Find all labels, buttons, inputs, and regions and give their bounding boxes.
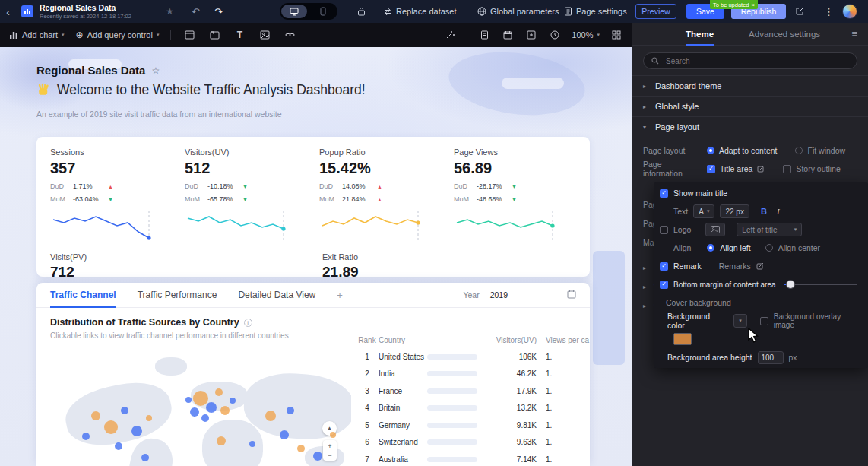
italic-button[interactable]: I [777,207,780,216]
remarks-link[interactable]: Remarks [719,262,751,271]
text-icon[interactable]: T [233,28,246,42]
clock-icon[interactable] [548,28,562,42]
table-row[interactable]: 3France17.9K1. [356,382,590,400]
cell-country[interactable]: United States [379,353,427,361]
map-bubble[interactable] [230,398,236,404]
grid-layout-icon[interactable] [610,28,623,42]
favorite-star-icon[interactable]: ★ [166,0,174,23]
radio-adapt-to-content[interactable] [707,147,714,154]
map-bubble[interactable] [121,407,128,414]
update-badge[interactable]: To be updated × [710,0,758,9]
export-schedule-icon[interactable] [524,28,538,42]
cell-country[interactable]: Germany [379,421,427,430]
section-dashboard-theme[interactable]: ▸Dashboard theme [632,75,868,96]
table-row[interactable]: 2India46.2K1. [356,366,590,383]
edit-remarks-icon[interactable] [756,262,764,270]
section-page-layout[interactable]: ▾Page layout [632,116,868,137]
container-icon[interactable] [182,28,196,42]
map-bubble[interactable] [249,441,255,447]
map-bubble[interactable] [297,445,305,452]
radio-label[interactable]: Align left [720,243,750,252]
tab-detailed-data-view[interactable]: Detailed Data View [238,283,315,308]
map-bubble[interactable] [287,407,294,414]
add-chart-button[interactable]: Add chart▾ [9,30,65,40]
section-global-style[interactable]: ▸Global style [632,96,868,116]
logo-position-dropdown[interactable]: Left of title▾ [737,223,802,236]
report-icon[interactable] [477,28,491,42]
radio-label[interactable]: Adapt to content [719,146,777,155]
add-tab-button[interactable]: + [337,290,343,301]
checkbox-show-main-title[interactable]: ✓ [660,189,668,198]
map-bubble[interactable] [146,415,152,421]
badge-close-icon[interactable]: × [752,2,755,8]
year-filter[interactable]: Year 2019 [463,290,576,300]
map-bubble[interactable] [82,433,90,440]
tab-container-icon[interactable] [207,28,221,42]
global-parameters-button[interactable]: Global parameters [477,0,559,23]
map-bubble[interactable] [131,426,142,436]
table-row[interactable]: 1United States106K1. [356,348,590,366]
desktop-mode-icon[interactable] [281,5,307,18]
map-bubble[interactable] [193,391,208,406]
preview-button[interactable]: Preview [635,4,676,19]
table-row[interactable]: 4Britain13.2K1. [356,400,590,417]
redo-icon[interactable]: ↷ [214,0,223,23]
map-bubble[interactable] [185,397,192,403]
cell-country[interactable]: Britain [379,404,427,412]
table-row[interactable]: 7Australia7.14K1. [356,451,590,466]
calendar-icon[interactable] [567,290,576,300]
checkbox-title-area[interactable]: ✓ [707,165,715,173]
logo-image-button[interactable] [705,223,725,236]
page-settings-button[interactable]: Page settings [564,0,627,23]
tab-advanced-settings[interactable]: Advanced settings [749,30,820,39]
device-toggle[interactable] [280,3,337,20]
map-bubble[interactable] [215,388,223,396]
map-bubble[interactable] [206,402,217,413]
undo-icon[interactable]: ↶ [192,0,200,23]
checkbox-label[interactable]: Logo [673,225,691,234]
user-avatar[interactable] [842,4,857,19]
checkbox-label[interactable]: Remark [673,262,702,271]
checkbox-label[interactable]: Show main title [673,189,727,198]
radio-align-center[interactable] [765,244,773,252]
slider-handle[interactable] [787,281,794,288]
cell-country[interactable]: India [379,369,427,378]
cell-country[interactable]: France [379,387,427,395]
export-icon[interactable] [795,0,804,23]
map-bubble[interactable] [115,442,122,450]
magic-wand-icon[interactable] [443,28,457,42]
radio-label[interactable]: Align center [778,243,820,252]
checkbox-story-outline[interactable] [783,165,791,173]
lock-icon[interactable] [357,0,366,23]
world-map[interactable]: ▲ +− [43,344,351,466]
info-icon[interactable]: i [244,319,252,327]
cell-country[interactable]: Switzerland [379,438,427,446]
zoom-out-icon[interactable]: − [328,451,331,460]
back-icon[interactable]: ‹ [6,0,10,23]
map-zoom-control[interactable]: +− [323,440,337,461]
background-color-swatch[interactable] [673,333,692,345]
checkbox-label[interactable]: Background overlay image [774,312,862,329]
map-bubble[interactable] [217,436,226,445]
map-bubble[interactable] [280,430,289,439]
background-color-dropdown[interactable]: ▾ [733,314,747,328]
title-star-icon[interactable]: ☆ [151,65,160,76]
zoom-in-icon[interactable]: + [328,442,331,451]
map-bubble[interactable] [265,411,276,421]
radio-fit-window[interactable] [795,147,803,154]
tab-traffic-performance[interactable]: Traffic Performance [138,283,217,308]
checkbox-background-overlay[interactable] [760,317,768,325]
font-color-dropdown[interactable]: A▾ [693,204,714,218]
radio-align-left[interactable] [707,244,714,252]
table-row[interactable]: 5Germany9.81K1. [356,417,590,434]
tab-theme[interactable]: Theme [686,30,714,39]
font-size-dropdown[interactable]: 22 px [720,204,749,218]
map-bubble[interactable] [220,406,230,415]
map-bubble[interactable] [104,420,118,434]
map-bubble[interactable] [330,432,336,438]
checkbox-label[interactable]: Story outline [796,164,840,173]
zoom-control[interactable]: 100%▾ [572,30,600,40]
link-icon[interactable] [283,28,296,42]
more-menu-icon[interactable]: ⋮ [824,0,834,23]
checkbox-bottom-margin[interactable]: ✓ [660,281,668,289]
